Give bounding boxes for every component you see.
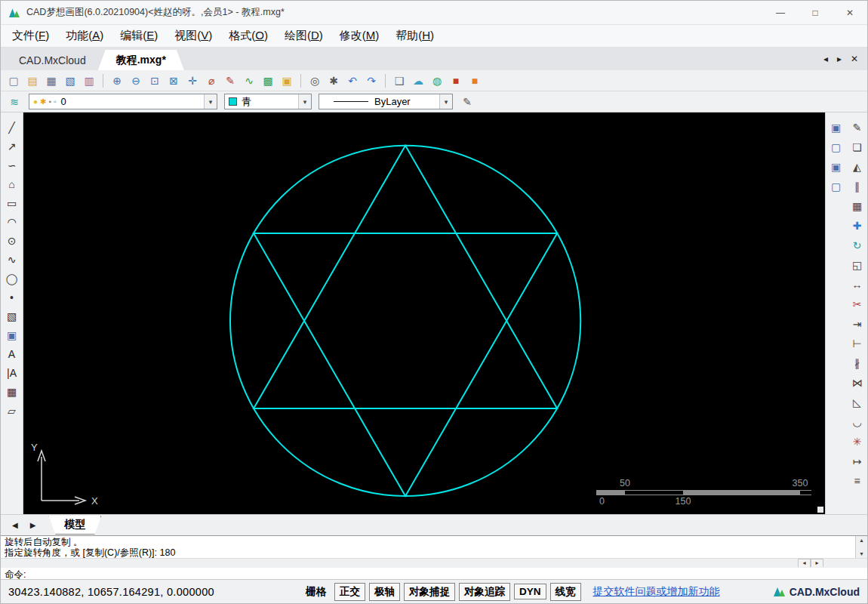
status-toggle-otrack[interactable]: 对象追踪 <box>459 583 510 601</box>
copy-clip-icon[interactable]: ▣ <box>828 119 845 135</box>
point-icon[interactable]: • <box>4 289 20 305</box>
options-icon[interactable]: ✱ <box>325 72 342 89</box>
break-at-point-icon[interactable]: ⊢ <box>849 335 866 351</box>
menu-edit[interactable]: 编辑(E) <box>112 26 166 46</box>
tab-cad-mxcloud[interactable]: CAD.MxCloud <box>7 50 98 70</box>
command-hscroll-track[interactable] <box>1 559 798 567</box>
new-file-icon[interactable]: ▢ <box>5 72 22 89</box>
join-icon[interactable]: ⋈ <box>849 374 866 390</box>
table-icon[interactable]: ▦ <box>4 384 20 399</box>
break-icon[interactable]: ∦ <box>849 355 866 371</box>
measure-icon[interactable]: ⌀ <box>203 72 220 89</box>
tab-close-icon[interactable]: ✕ <box>851 54 858 64</box>
trim-icon[interactable]: ✂ <box>849 296 866 312</box>
block-icon[interactable]: ▣ <box>4 327 20 343</box>
array-icon[interactable]: ▦ <box>849 198 866 214</box>
scroll-left-icon[interactable]: ◂ <box>798 559 811 568</box>
polyline-edit-icon[interactable]: ∿ <box>241 72 257 89</box>
scale-icon[interactable]: ◱ <box>849 257 866 273</box>
erase-icon[interactable]: ✎ <box>849 119 866 135</box>
tab-scroll-right-icon[interactable]: ▸ <box>837 54 842 64</box>
wipeout-icon[interactable]: ▧ <box>4 308 20 324</box>
tab-scroll-left-icon[interactable]: ◂ <box>823 54 828 64</box>
layer-dropdown[interactable]: ●✱▪▫ 0 ▾ <box>29 94 217 109</box>
scroll-right-icon[interactable]: ▸ <box>811 559 823 568</box>
pdf-export-icon[interactable]: ■ <box>448 72 464 89</box>
mirror-icon[interactable]: ◭ <box>849 159 866 174</box>
region-icon[interactable]: ▱ <box>4 402 20 418</box>
paste-clip-icon[interactable]: ▣ <box>828 159 845 174</box>
plot-icon[interactable]: ▥ <box>81 72 97 89</box>
chamfer-icon[interactable]: ◺ <box>849 394 866 410</box>
undo-icon[interactable]: ↶ <box>344 72 361 89</box>
rotate-icon[interactable]: ↻ <box>849 237 866 253</box>
offset-icon[interactable]: ∥ <box>849 178 866 194</box>
status-toggle-grid[interactable]: 栅格 <box>301 584 331 600</box>
spline-icon[interactable]: ∿ <box>4 251 20 267</box>
mtext-icon[interactable]: |A <box>4 365 20 381</box>
hatch-edit-icon[interactable]: ▩ <box>260 72 276 89</box>
linetype-dropdown[interactable]: ByLayer ▾ <box>319 94 453 109</box>
arc-icon[interactable]: ◠ <box>4 214 20 230</box>
print-preview-icon[interactable]: ❑ <box>391 72 408 89</box>
circle-icon[interactable]: ⊙ <box>4 233 20 248</box>
polyline-icon[interactable]: ∽ <box>4 157 20 173</box>
command-vscroll[interactable]: ▲ ▼ <box>855 536 867 558</box>
ray-icon[interactable]: ↗ <box>4 138 20 154</box>
polygon-icon[interactable]: ⌂ <box>4 176 20 192</box>
layer-manager-icon[interactable]: ≋ <box>7 94 22 109</box>
zoom-extents-icon[interactable]: ⊠ <box>165 72 182 89</box>
command-hscroll[interactable]: ◂ ▸ <box>1 558 867 567</box>
rectangle-icon[interactable]: ▭ <box>4 195 20 211</box>
status-toggle-polar[interactable]: 极轴 <box>369 583 400 601</box>
status-toggle-ortho[interactable]: 正交 <box>334 583 365 601</box>
menu-format[interactable]: 格式(O) <box>220 26 276 46</box>
command-prompt[interactable]: 命令: <box>1 567 867 579</box>
maximize-button[interactable]: □ <box>798 1 833 24</box>
tab-document-active[interactable]: 教程.mxg* <box>98 50 184 70</box>
paste-block-icon[interactable]: ▢ <box>828 178 845 194</box>
zoom-window-icon[interactable]: ⊡ <box>146 72 163 89</box>
feedback-link[interactable]: 提交软件问题或增加新功能 <box>593 585 720 599</box>
scroll-down-icon[interactable]: ▼ <box>859 551 864 556</box>
close-button[interactable]: ✕ <box>833 1 867 24</box>
status-toggle-lineweight[interactable]: 线宽 <box>550 583 581 601</box>
fillet-icon[interactable]: ◡ <box>849 414 866 430</box>
zoom-in-icon[interactable]: ⊕ <box>109 72 125 89</box>
align-icon[interactable]: ≡ <box>849 473 866 488</box>
minimize-button[interactable]: — <box>763 1 798 24</box>
pan-icon[interactable]: ✛ <box>184 72 201 89</box>
text-icon[interactable]: A <box>4 346 20 362</box>
dropdown-caret-icon[interactable]: ▾ <box>298 94 311 109</box>
dropdown-caret-icon[interactable]: ▾ <box>439 94 452 109</box>
dropdown-caret-icon[interactable]: ▾ <box>204 94 217 109</box>
line-icon[interactable]: ╱ <box>4 119 20 135</box>
menu-function[interactable]: 功能(A) <box>57 26 112 46</box>
image-export-icon[interactable]: ■ <box>466 72 483 89</box>
save-icon[interactable]: ▦ <box>43 72 60 89</box>
save-as-icon[interactable]: ▧ <box>62 72 78 89</box>
status-toggle-dyn[interactable]: DYN <box>514 584 546 599</box>
open-folder-icon[interactable]: ▤ <box>24 72 41 89</box>
insert-image-icon[interactable]: ▣ <box>279 72 295 89</box>
menu-help[interactable]: 帮助(H) <box>387 26 442 46</box>
cloud-upload-icon[interactable]: ☁ <box>410 72 426 89</box>
find-icon[interactable]: ◎ <box>306 72 323 89</box>
layout-scroll-right-icon[interactable]: ▶ <box>25 519 42 531</box>
triangle-up-entity[interactable] <box>254 146 557 408</box>
ellipse-icon[interactable]: ◯ <box>4 270 20 286</box>
menu-view[interactable]: 视图(V) <box>166 26 220 46</box>
redo-icon[interactable]: ↷ <box>363 72 380 89</box>
dimension-icon[interactable]: ✎ <box>222 72 239 89</box>
match-properties-icon[interactable]: ✎ <box>460 94 475 109</box>
command-window[interactable]: 旋转后自动复制 。指定旋转角度，或 [复制(C)/参照(R)]: 180 ▲ ▼… <box>1 535 867 579</box>
web-icon[interactable]: ◍ <box>429 72 445 89</box>
explode-icon[interactable]: ✳ <box>849 433 866 449</box>
extend-icon[interactable]: ⇥ <box>849 316 866 331</box>
lengthen-icon[interactable]: ↦ <box>849 453 866 469</box>
circle-entity[interactable] <box>230 146 580 496</box>
menu-modify[interactable]: 修改(M) <box>331 26 388 46</box>
menu-draw[interactable]: 绘图(D) <box>276 26 331 46</box>
triangle-down-entity[interactable] <box>254 233 557 496</box>
move-icon[interactable]: ✚ <box>849 217 866 233</box>
